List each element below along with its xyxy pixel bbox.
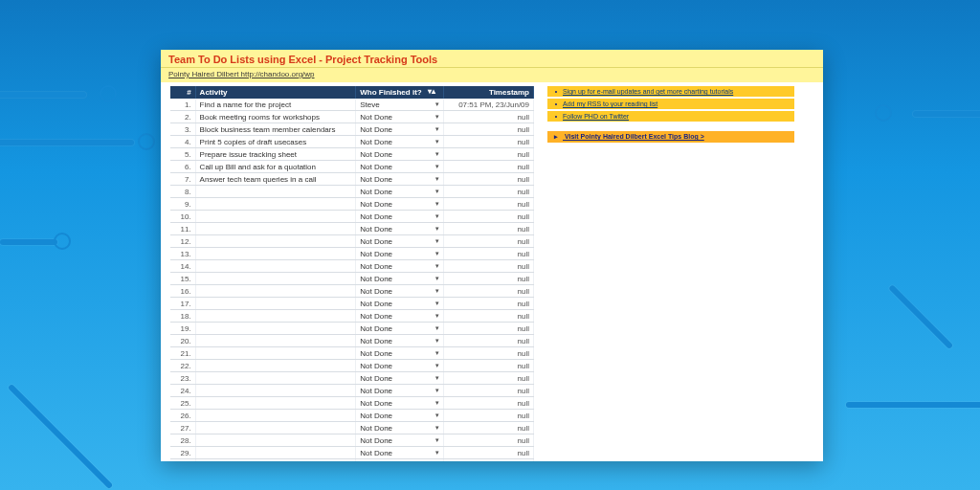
table-row: 26.Not Done▾null — [170, 410, 534, 422]
row-activity[interactable]: Print 5 copies of draft usecases — [195, 136, 356, 148]
row-who-dropdown[interactable]: Not Done▾ — [356, 285, 444, 298]
chevron-down-icon: ▾ — [435, 125, 439, 133]
row-who-dropdown[interactable]: Not Done▾ — [356, 347, 444, 360]
row-who-value: Not Done — [360, 163, 392, 171]
row-activity[interactable] — [195, 335, 356, 347]
row-who-value: Not Done — [360, 436, 392, 445]
row-who-value: Not Done — [360, 225, 392, 234]
row-activity[interactable] — [195, 298, 356, 310]
row-activity[interactable] — [195, 186, 356, 198]
row-activity[interactable] — [195, 447, 356, 459]
chevron-down-icon: ▾ — [435, 113, 439, 121]
row-who-dropdown[interactable]: Not Done▾ — [356, 372, 444, 385]
chevron-down-icon: ▾ — [435, 412, 439, 419]
row-number: 18. — [170, 310, 195, 323]
chevron-down-icon: ▾ — [435, 138, 439, 145]
row-who-value: Not Done — [360, 287, 392, 296]
bullet-icon: • — [553, 100, 559, 107]
row-who-dropdown[interactable]: Not Done▾ — [356, 161, 444, 173]
row-who-dropdown[interactable]: Not Done▾ — [356, 323, 444, 335]
sidebar-link[interactable]: •Sign up for e-mail updates and get more… — [547, 86, 794, 97]
row-activity[interactable]: Call up Bill and ask for a quotation — [195, 161, 356, 173]
chevron-down-icon: ▾ — [435, 163, 439, 170]
row-timestamp: null — [444, 298, 534, 310]
row-who-dropdown[interactable]: Not Done▾ — [356, 248, 444, 260]
row-who-value: Not Done — [360, 412, 392, 420]
table-row: 23.Not Done▾null — [170, 372, 534, 385]
chevron-down-icon: ▾ — [435, 250, 439, 257]
row-activity[interactable] — [195, 422, 356, 434]
row-activity[interactable]: Find a name for the project — [195, 99, 356, 111]
row-who-dropdown[interactable]: Not Done▾ — [356, 111, 444, 123]
row-who-dropdown[interactable]: Not Done▾ — [356, 186, 444, 198]
row-activity[interactable] — [195, 397, 356, 410]
table-row: 17.Not Done▾null — [170, 298, 534, 310]
col-activity[interactable]: Activity — [195, 86, 356, 99]
chevron-down-icon: ▾ — [435, 324, 439, 332]
table-row: 5.Prepare issue tracking sheetNot Done▾n… — [170, 148, 534, 161]
row-activity[interactable] — [195, 372, 356, 385]
row-activity[interactable]: Prepare issue tracking sheet — [195, 148, 356, 161]
row-activity[interactable] — [195, 347, 356, 360]
row-who-dropdown[interactable]: Not Done▾ — [356, 298, 444, 310]
row-who-dropdown[interactable]: Not Done▾ — [356, 260, 444, 273]
row-who-dropdown[interactable]: Not Done▾ — [356, 397, 444, 410]
row-who-dropdown[interactable]: Not Done▾ — [356, 173, 444, 186]
row-who-value: Not Done — [360, 374, 392, 383]
row-who-dropdown[interactable]: Not Done▾ — [356, 198, 444, 211]
row-who-value: Not Done — [360, 399, 392, 408]
page-subtitle[interactable]: Pointy Haired Dilbert http://chandoo.org… — [161, 68, 823, 82]
row-activity[interactable] — [195, 198, 356, 211]
chevron-down-icon: ▾ — [435, 188, 439, 195]
row-activity[interactable] — [195, 434, 356, 447]
row-who-dropdown[interactable]: Not Done▾ — [356, 459, 444, 462]
col-who-label: Who Finished it? — [360, 88, 421, 97]
row-who-dropdown[interactable]: Not Done▾ — [356, 223, 444, 235]
row-who-dropdown[interactable]: Not Done▾ — [356, 273, 444, 285]
row-activity[interactable] — [195, 323, 356, 335]
row-who-dropdown[interactable]: Not Done▾ — [356, 335, 444, 347]
row-who-dropdown[interactable]: Not Done▾ — [356, 410, 444, 422]
decor-trace — [0, 140, 134, 145]
row-activity[interactable] — [195, 248, 356, 260]
row-who-dropdown[interactable]: Not Done▾ — [356, 447, 444, 459]
row-activity[interactable] — [195, 260, 356, 273]
row-timestamp: null — [444, 347, 534, 360]
col-number[interactable]: # — [170, 86, 195, 99]
row-who-dropdown[interactable]: Not Done▾ — [356, 123, 444, 136]
table-header-row: # Activity Who Finished it? ▾▴ Timestamp — [170, 86, 534, 99]
row-who-dropdown[interactable]: Not Done▾ — [356, 148, 444, 161]
row-timestamp: null — [444, 173, 534, 186]
row-activity[interactable]: Block business team member calendars — [195, 123, 356, 136]
row-activity[interactable]: Answer tech team queries in a call — [195, 173, 356, 186]
sidebar-link[interactable]: •Add my RSS to your reading list — [547, 99, 794, 109]
sidebar-link-label: Add my RSS to your reading list — [563, 100, 657, 107]
row-who-dropdown[interactable]: Not Done▾ — [356, 235, 444, 248]
sidebar-cta[interactable]: ▸ Visit Pointy Haired Dilbert Excel Tips… — [547, 131, 794, 143]
row-who-dropdown[interactable]: Not Done▾ — [356, 360, 444, 372]
row-who-dropdown[interactable]: Not Done▾ — [356, 310, 444, 323]
row-who-dropdown[interactable]: Not Done▾ — [356, 434, 444, 447]
row-activity[interactable] — [195, 310, 356, 323]
table-row: 3.Block business team member calendarsNo… — [170, 123, 534, 136]
sidebar-link[interactable]: •Follow PHD on Twitter — [547, 111, 794, 122]
row-number: 6. — [170, 161, 195, 173]
row-activity[interactable]: Book meeting rooms for workshops — [195, 111, 356, 123]
row-who-dropdown[interactable]: Not Done▾ — [356, 211, 444, 223]
row-activity[interactable] — [195, 235, 356, 248]
row-who-dropdown[interactable]: Not Done▾ — [356, 136, 444, 148]
row-activity[interactable] — [195, 360, 356, 372]
col-who[interactable]: Who Finished it? ▾▴ — [356, 86, 444, 99]
row-who-dropdown[interactable]: Not Done▾ — [356, 385, 444, 397]
row-activity[interactable] — [195, 385, 356, 397]
row-activity[interactable] — [195, 273, 356, 285]
row-activity[interactable] — [195, 459, 356, 462]
row-who-dropdown[interactable]: Not Done▾ — [356, 422, 444, 434]
row-number: 23. — [170, 372, 195, 385]
col-timestamp[interactable]: Timestamp — [444, 86, 534, 99]
row-who-dropdown[interactable]: Steve▾ — [356, 99, 444, 111]
row-activity[interactable] — [195, 211, 356, 223]
row-activity[interactable] — [195, 285, 356, 298]
row-activity[interactable] — [195, 410, 356, 422]
row-activity[interactable] — [195, 223, 356, 235]
